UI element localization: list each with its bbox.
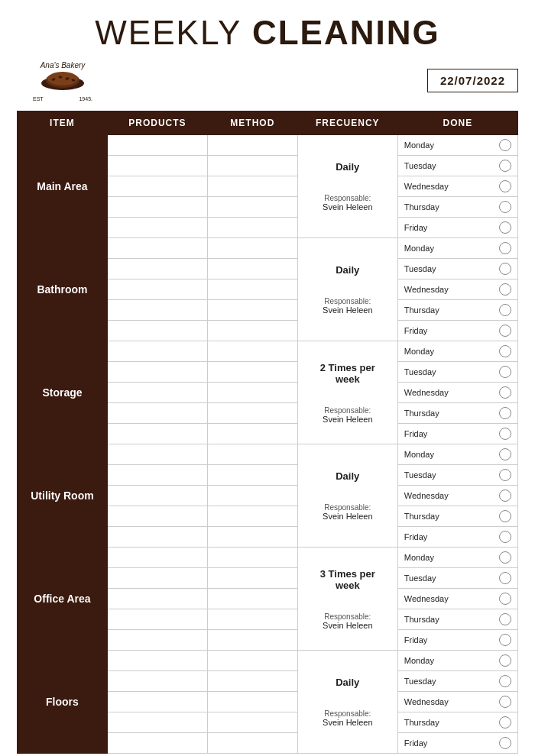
method-cell[interactable] bbox=[207, 259, 297, 279]
checkbox-circle[interactable] bbox=[499, 283, 511, 296]
products-cell[interactable] bbox=[107, 383, 207, 403]
method-cell[interactable] bbox=[207, 176, 297, 197]
products-cell[interactable] bbox=[107, 589, 207, 609]
checkbox-circle[interactable] bbox=[499, 510, 511, 522]
method-cell[interactable] bbox=[207, 465, 297, 486]
products-cell[interactable] bbox=[107, 176, 207, 197]
products-cell[interactable] bbox=[107, 486, 207, 506]
checkbox-circle[interactable] bbox=[499, 263, 511, 275]
method-cell[interactable] bbox=[207, 341, 297, 362]
checkbox-circle[interactable] bbox=[499, 428, 511, 440]
products-cell[interactable] bbox=[107, 259, 207, 279]
method-cell[interactable] bbox=[207, 712, 297, 733]
checkbox-circle[interactable] bbox=[499, 139, 511, 151]
checkbox-circle[interactable] bbox=[499, 221, 511, 234]
table-row: FloorsDailyResponsable:Svein HeleenMonda… bbox=[18, 651, 518, 671]
products-cell[interactable] bbox=[107, 218, 207, 238]
day-label: Monday bbox=[404, 347, 434, 356]
method-cell[interactable] bbox=[207, 300, 297, 321]
method-cell[interactable] bbox=[207, 424, 297, 444]
checkbox-circle[interactable] bbox=[499, 531, 511, 543]
method-cell[interactable] bbox=[207, 362, 297, 383]
checkbox-circle[interactable] bbox=[499, 448, 511, 460]
method-cell[interactable] bbox=[207, 218, 297, 238]
products-cell[interactable] bbox=[107, 362, 207, 383]
done-cell: Monday bbox=[397, 444, 517, 465]
method-cell[interactable] bbox=[207, 589, 297, 609]
checkbox-circle[interactable] bbox=[499, 716, 511, 729]
col-item-header: ITEM bbox=[18, 111, 108, 135]
method-cell[interactable] bbox=[207, 279, 297, 300]
method-cell[interactable] bbox=[207, 135, 297, 156]
checkbox-circle[interactable] bbox=[499, 201, 511, 213]
method-cell[interactable] bbox=[207, 630, 297, 651]
products-cell[interactable] bbox=[107, 279, 207, 300]
products-cell[interactable] bbox=[107, 403, 207, 424]
method-cell[interactable] bbox=[207, 527, 297, 548]
method-cell[interactable] bbox=[207, 733, 297, 754]
day-label: Wednesday bbox=[404, 388, 449, 397]
checkbox-circle[interactable] bbox=[499, 469, 511, 481]
checkbox-circle[interactable] bbox=[499, 325, 511, 337]
checkbox-circle[interactable] bbox=[499, 593, 511, 605]
method-cell[interactable] bbox=[207, 548, 297, 568]
done-cell: Thursday bbox=[397, 506, 517, 527]
checkbox-circle[interactable] bbox=[499, 345, 511, 357]
method-cell[interactable] bbox=[207, 238, 297, 259]
day-label: Friday bbox=[404, 738, 428, 748]
method-cell[interactable] bbox=[207, 197, 297, 218]
products-cell[interactable] bbox=[107, 548, 207, 568]
checkbox-circle[interactable] bbox=[499, 696, 511, 708]
products-cell[interactable] bbox=[107, 692, 207, 712]
checkbox-circle[interactable] bbox=[499, 551, 511, 564]
products-cell[interactable] bbox=[107, 733, 207, 754]
products-cell[interactable] bbox=[107, 444, 207, 465]
products-cell[interactable] bbox=[107, 321, 207, 341]
checkbox-circle[interactable] bbox=[499, 386, 511, 399]
products-cell[interactable] bbox=[107, 630, 207, 651]
products-cell[interactable] bbox=[107, 609, 207, 630]
checkbox-circle[interactable] bbox=[499, 613, 511, 625]
method-cell[interactable] bbox=[207, 486, 297, 506]
checkbox-circle[interactable] bbox=[499, 737, 511, 749]
checkbox-circle[interactable] bbox=[499, 180, 511, 192]
checkbox-circle[interactable] bbox=[499, 675, 511, 687]
method-cell[interactable] bbox=[207, 321, 297, 341]
method-cell[interactable] bbox=[207, 506, 297, 527]
checkbox-circle[interactable] bbox=[499, 366, 511, 378]
checkbox-circle[interactable] bbox=[499, 654, 511, 667]
products-cell[interactable] bbox=[107, 671, 207, 692]
method-cell[interactable] bbox=[207, 671, 297, 692]
method-cell[interactable] bbox=[207, 444, 297, 465]
section-2: Storage bbox=[18, 341, 108, 444]
checkbox-circle[interactable] bbox=[499, 489, 511, 502]
products-cell[interactable] bbox=[107, 506, 207, 527]
checkbox-circle[interactable] bbox=[499, 572, 511, 584]
checkbox-circle[interactable] bbox=[499, 634, 511, 646]
checkbox-circle[interactable] bbox=[499, 160, 511, 172]
products-cell[interactable] bbox=[107, 424, 207, 444]
method-cell[interactable] bbox=[207, 609, 297, 630]
products-cell[interactable] bbox=[107, 527, 207, 548]
products-cell[interactable] bbox=[107, 156, 207, 176]
products-cell[interactable] bbox=[107, 341, 207, 362]
products-cell[interactable] bbox=[107, 197, 207, 218]
checkbox-circle[interactable] bbox=[499, 242, 511, 254]
products-cell[interactable] bbox=[107, 300, 207, 321]
method-cell[interactable] bbox=[207, 156, 297, 176]
checkbox-circle[interactable] bbox=[499, 304, 511, 316]
products-cell[interactable] bbox=[107, 465, 207, 486]
method-cell[interactable] bbox=[207, 568, 297, 589]
products-cell[interactable] bbox=[107, 135, 207, 156]
products-cell[interactable] bbox=[107, 651, 207, 671]
products-cell[interactable] bbox=[107, 568, 207, 589]
done-cell: Wednesday bbox=[397, 383, 517, 403]
method-cell[interactable] bbox=[207, 403, 297, 424]
method-cell[interactable] bbox=[207, 651, 297, 671]
checkbox-circle[interactable] bbox=[499, 407, 511, 419]
products-cell[interactable] bbox=[107, 238, 207, 259]
method-cell[interactable] bbox=[207, 383, 297, 403]
products-cell[interactable] bbox=[107, 712, 207, 733]
freq-cell: DailyResponsable:Svein Heleen bbox=[297, 651, 397, 754]
method-cell[interactable] bbox=[207, 692, 297, 712]
